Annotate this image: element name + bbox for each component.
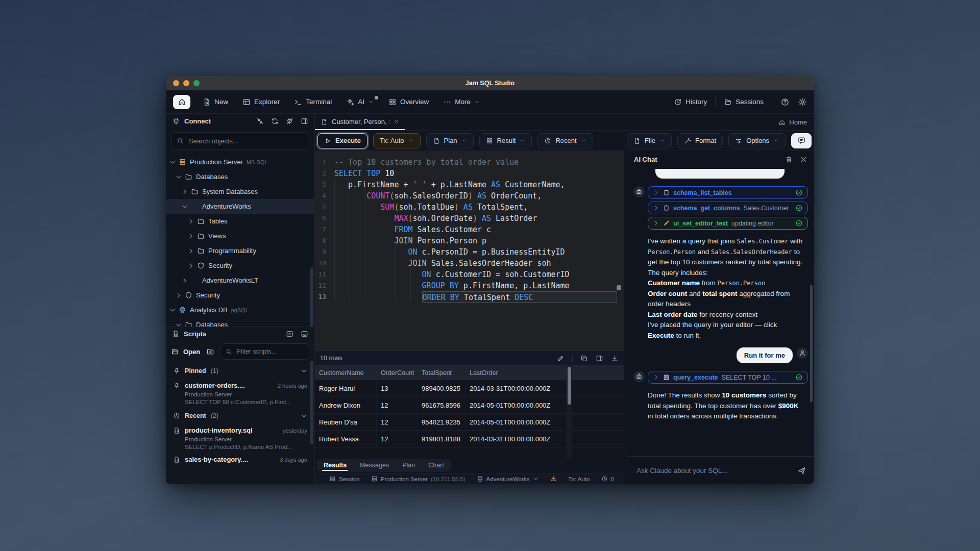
- tab-messages[interactable]: Messages: [360, 459, 389, 472]
- code-line[interactable]: 7FROM Sales.Customer c: [315, 224, 624, 235]
- overview-button[interactable]: Overview: [388, 98, 429, 106]
- filter-scripts[interactable]: [220, 343, 309, 360]
- column-header[interactable]: CustomerName: [315, 369, 377, 377]
- collapse-all-icon[interactable]: [256, 117, 264, 125]
- code-line[interactable]: 10JOIN Sales.SalesOrderHeader soh: [315, 258, 624, 269]
- dock-panel-icon[interactable]: [301, 330, 308, 338]
- options-dropdown[interactable]: Options: [728, 133, 786, 148]
- tab-plan[interactable]: Plan: [402, 459, 415, 472]
- script-item[interactable]: customer-orders....2 hours agoProduction…: [166, 378, 314, 407]
- tree-item-databases[interactable]: Databases: [166, 317, 314, 327]
- tree-item-adventureworks[interactable]: AdventureWorks: [166, 199, 314, 214]
- result-dropdown[interactable]: Result: [479, 133, 532, 148]
- editor-scrollbar[interactable]: [617, 285, 621, 290]
- file-dropdown[interactable]: File: [627, 133, 672, 148]
- disconnect-icon[interactable]: [286, 117, 293, 125]
- tab-chart[interactable]: Chart: [428, 459, 444, 472]
- scripts-group-recent[interactable]: Recent(2): [166, 409, 314, 422]
- column-header[interactable]: TotalSpent: [418, 369, 465, 377]
- new-button[interactable]: New: [203, 98, 228, 106]
- collapse-panel-icon[interactable]: [286, 330, 293, 338]
- history-button[interactable]: History: [674, 98, 707, 106]
- code-line[interactable]: 9ON c.PersonID = p.BusinessEntityID: [315, 246, 624, 258]
- tree-item-analytics-db[interactable]: Analytics DBpgSQL: [166, 303, 314, 317]
- search-input[interactable]: [188, 137, 304, 145]
- tx-mode-dropdown[interactable]: Tx: Auto: [373, 133, 421, 148]
- panel-toggle-icon[interactable]: [301, 117, 308, 125]
- session-status[interactable]: Session: [329, 475, 360, 482]
- tool-call-pill-query_execute[interactable]: query_executeSELECT TOP 10 ...: [648, 371, 808, 384]
- script-item[interactable]: sales-by-category....3 days ago: [166, 452, 314, 465]
- code-line[interactable]: 3p.FirstName + ' ' + p.LastName AS Custo…: [315, 179, 624, 190]
- tree-item-adventureworkslt[interactable]: AdventureWorksLT: [166, 273, 314, 288]
- code-line[interactable]: 4COUNT(soh.SalesOrderID) AS OrderCount,: [315, 190, 624, 202]
- code-line[interactable]: 6MAX(soh.OrderDate) AS LastOrder: [315, 213, 624, 224]
- tab-results[interactable]: Results: [324, 459, 347, 472]
- script-item[interactable]: product-inventory.sqlyesterdayProduction…: [166, 422, 314, 452]
- chat-input[interactable]: [635, 466, 792, 475]
- scripts-scrollbar[interactable]: [310, 361, 313, 444]
- table-row[interactable]: Andrew Dixon12961675.85962014-05-01T00:0…: [315, 397, 624, 414]
- scripts-group-pinned[interactable]: Pinned(1): [166, 364, 314, 378]
- tool-call-pill-schema_list_tables[interactable]: schema_list_tables: [648, 186, 808, 199]
- copy-icon[interactable]: [580, 355, 588, 362]
- tree-item-tables[interactable]: Tables: [166, 214, 314, 229]
- panel-right-icon[interactable]: [596, 355, 603, 362]
- plan-dropdown[interactable]: Plan: [426, 133, 474, 148]
- terminal-button[interactable]: Terminal: [294, 98, 332, 106]
- zoom-button[interactable]: [193, 80, 200, 86]
- close-button[interactable]: [173, 80, 179, 86]
- refresh-icon[interactable]: [271, 117, 279, 125]
- format-button[interactable]: Format: [677, 133, 723, 148]
- close-tab-icon[interactable]: [394, 119, 399, 124]
- code-line[interactable]: 2SELECT TOP 10: [315, 168, 624, 179]
- sql-editor[interactable]: 1-- Top 10 customers by total order valu…: [315, 151, 624, 350]
- edit-icon[interactable]: [557, 355, 565, 362]
- chat-scrollbar[interactable]: [810, 285, 813, 402]
- code-line[interactable]: 8JOIN Person.Person p: [315, 235, 624, 246]
- download-icon[interactable]: [611, 355, 619, 362]
- code-line[interactable]: 1-- Top 10 customers by total order valu…: [315, 157, 624, 168]
- table-row[interactable]: Robert Vessa12919801.81882014-03-31T00:0…: [315, 431, 624, 447]
- table-row[interactable]: Reuben D'sa12954021.92352014-05-01T00:00…: [315, 414, 624, 431]
- help-icon[interactable]: [780, 97, 790, 107]
- code-line[interactable]: 5SUM(soh.TotalDue) AS TotalSpent,: [315, 202, 624, 213]
- recent-dropdown[interactable]: Recent: [537, 133, 593, 148]
- sessions-button[interactable]: Sessions: [724, 98, 764, 106]
- explorer-button[interactable]: Explorer: [242, 98, 280, 106]
- code-line[interactable]: 12GROUP BY p.FirstName, p.LastName: [315, 280, 624, 291]
- tool-call-pill-ui_set_editor_text[interactable]: ui_set_editor_textupdating editor: [648, 217, 808, 230]
- object-search[interactable]: [171, 132, 309, 149]
- send-icon[interactable]: [797, 466, 806, 475]
- trash-icon[interactable]: [785, 156, 793, 163]
- new-script-button[interactable]: [206, 347, 214, 356]
- column-header[interactable]: LastOrder: [465, 369, 567, 377]
- home-nav-button[interactable]: [173, 95, 190, 109]
- tree-item-programmability[interactable]: Programmability: [166, 243, 314, 258]
- chat-messages[interactable]: schema_list_tablesschema_get_columnsSale…: [627, 167, 814, 456]
- tree-item-views[interactable]: Views: [166, 229, 314, 243]
- tree-item-security[interactable]: Security: [166, 288, 314, 303]
- minimize-button[interactable]: [183, 80, 189, 86]
- editor-tab[interactable]: Customer, Person, Sale: [315, 114, 405, 130]
- filter-scripts-input[interactable]: [236, 347, 304, 356]
- open-script-button[interactable]: Open: [171, 347, 200, 356]
- tree-item-production-server[interactable]: Production ServerMS SQL: [166, 155, 314, 169]
- table-row[interactable]: Roger Harui13989400.98252014-03-31T00:00…: [315, 380, 624, 397]
- code-line[interactable]: 13ORDER BY TotalSpent DESC: [315, 291, 624, 303]
- tool-call-pill-schema_get_columns[interactable]: schema_get_columnsSales.Customer: [648, 202, 808, 214]
- code-line[interactable]: 11ON c.CustomerID = soh.CustomerID: [315, 269, 624, 280]
- ai-chat-toggle-button[interactable]: [791, 133, 812, 148]
- more-menu-button[interactable]: More: [443, 98, 480, 106]
- home-breadcrumb[interactable]: Home: [778, 118, 814, 126]
- tree-item-system-databases[interactable]: System Databases: [166, 184, 314, 199]
- column-header[interactable]: OrderCount: [377, 369, 418, 377]
- tree-item-databases[interactable]: Databases: [166, 169, 314, 184]
- close-icon[interactable]: [800, 156, 807, 163]
- warning-indicator[interactable]: [550, 475, 557, 482]
- server-status[interactable]: Production Server(10.211.55.5): [371, 475, 465, 482]
- execute-button[interactable]: Execute: [317, 133, 368, 148]
- table-scrollbar[interactable]: [567, 366, 572, 458]
- settings-gear-icon[interactable]: [798, 97, 807, 107]
- database-status[interactable]: AdventureWorks: [477, 475, 540, 482]
